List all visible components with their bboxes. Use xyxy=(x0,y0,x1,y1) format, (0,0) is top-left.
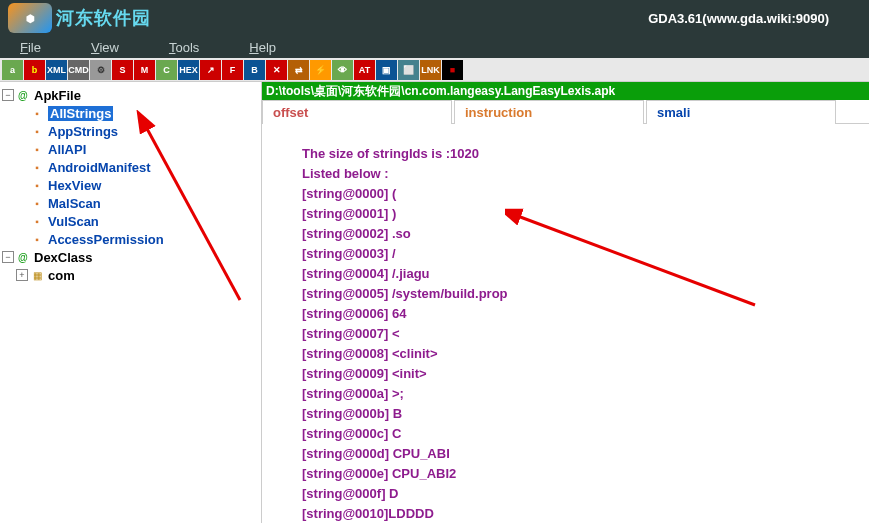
tree-item-vulscan[interactable]: ▪VulScan xyxy=(2,212,259,230)
logo-area: ⬢ 河东软件园 xyxy=(8,3,151,33)
toolbar-button-12[interactable]: ✕ xyxy=(266,60,287,80)
tree-label: VulScan xyxy=(48,214,99,229)
tree-item-allstrings[interactable]: ▪AllStrings xyxy=(2,104,259,122)
tree-label: AllStrings xyxy=(48,106,113,121)
listing-line[interactable]: [string@000f] D xyxy=(302,484,869,504)
toolbar-button-11[interactable]: B xyxy=(244,60,265,80)
listing-line[interactable]: [string@0007] < xyxy=(302,324,869,344)
file-icon: ▪ xyxy=(30,107,44,119)
window-titlebar: ⬢ 河东软件园 GDA3.61(www.gda.wiki:9090) xyxy=(0,0,869,36)
tree-label: HexView xyxy=(48,178,101,193)
string-listing[interactable]: The size of stringIds is :1020Listed bel… xyxy=(262,124,869,523)
main-content: − @ ApkFile ▪AllStrings▪AppStrings▪AllAP… xyxy=(0,82,869,523)
file-icon: ▪ xyxy=(30,233,44,245)
tab-instruction[interactable]: instruction xyxy=(454,100,644,124)
toolbar-button-16[interactable]: AT xyxy=(354,60,375,80)
listing-line[interactable]: [string@0000] ( xyxy=(302,184,869,204)
logo-text: 河东软件园 xyxy=(56,6,151,30)
listing-line[interactable]: [string@000a] >; xyxy=(302,384,869,404)
tree-label: AccessPermission xyxy=(48,232,164,247)
tree-item-malscan[interactable]: ▪MalScan xyxy=(2,194,259,212)
window-title: GDA3.61(www.gda.wiki:9090) xyxy=(648,11,829,26)
toolbar-button-4[interactable]: ⚙ xyxy=(90,60,111,80)
listing-line[interactable]: [string@0004] /.jiagu xyxy=(302,264,869,284)
detail-pane: D:\tools\桌面\河东软件园\cn.com.langeasy.LangEa… xyxy=(262,82,869,523)
file-icon: ▪ xyxy=(30,143,44,155)
app-logo-icon: ⬢ xyxy=(8,3,52,33)
listing-line[interactable]: [string@0006] 64 xyxy=(302,304,869,324)
toolbar-button-8[interactable]: HEX xyxy=(178,60,199,80)
tree-dexclass[interactable]: − @ DexClass xyxy=(2,248,259,266)
package-icon: ▦ xyxy=(30,269,44,281)
tree-label: AndroidManifest xyxy=(48,160,151,175)
toolbar-button-18[interactable]: ⬜ xyxy=(398,60,419,80)
tree-item-androidmanifest[interactable]: ▪AndroidManifest xyxy=(2,158,259,176)
listing-line[interactable]: The size of stringIds is :1020 xyxy=(302,144,869,164)
file-icon: ▪ xyxy=(30,125,44,137)
tree-label: MalScan xyxy=(48,196,101,211)
tree-root-apkfile[interactable]: − @ ApkFile xyxy=(2,86,259,104)
at-icon: @ xyxy=(16,89,30,101)
menu-bar: File View Tools Help xyxy=(0,36,869,58)
toolbar-button-17[interactable]: ▣ xyxy=(376,60,397,80)
menu-view[interactable]: View xyxy=(91,40,119,55)
toolbar-button-3[interactable]: CMD xyxy=(68,60,89,80)
toolbar-button-1[interactable]: b xyxy=(24,60,45,80)
tree-item-accesspermission[interactable]: ▪AccessPermission xyxy=(2,230,259,248)
listing-line[interactable]: [string@000e] CPU_ABI2 xyxy=(302,464,869,484)
menu-tools[interactable]: Tools xyxy=(169,40,199,55)
file-icon: ▪ xyxy=(30,161,44,173)
file-path-bar: D:\tools\桌面\河东软件园\cn.com.langeasy.LangEa… xyxy=(262,82,869,100)
plus-icon[interactable]: + xyxy=(16,269,28,281)
listing-line[interactable]: [string@0009] <init> xyxy=(302,364,869,384)
toolbar-button-13[interactable]: ⇄ xyxy=(288,60,309,80)
toolbar-button-7[interactable]: C xyxy=(156,60,177,80)
tree-label: AppStrings xyxy=(48,124,118,139)
toolbar-button-19[interactable]: LNK xyxy=(420,60,441,80)
listing-line[interactable]: [string@0001] ) xyxy=(302,204,869,224)
toolbar-button-2[interactable]: XML xyxy=(46,60,67,80)
tree-item-allapi[interactable]: ▪AllAPI xyxy=(2,140,259,158)
tree-label: AllAPI xyxy=(48,142,86,157)
file-icon: ▪ xyxy=(30,215,44,227)
listing-line[interactable]: [string@0005] /system/build.prop xyxy=(302,284,869,304)
tree-item-hexview[interactable]: ▪HexView xyxy=(2,176,259,194)
toolbar-button-14[interactable]: ⚡ xyxy=(310,60,331,80)
column-tabs: offset instruction smali xyxy=(262,100,869,124)
listing-line[interactable]: [string@000c] C xyxy=(302,424,869,444)
minus-icon[interactable]: − xyxy=(2,251,14,263)
listing-line[interactable]: [string@0010]LDDDD xyxy=(302,504,869,523)
menu-file[interactable]: File xyxy=(20,40,41,55)
tab-smali[interactable]: smali xyxy=(646,100,836,124)
toolbar-button-20[interactable]: ■ xyxy=(442,60,463,80)
toolbar-button-6[interactable]: M xyxy=(134,60,155,80)
toolbar-button-15[interactable]: 👁 xyxy=(332,60,353,80)
file-icon: ▪ xyxy=(30,197,44,209)
toolbar-button-10[interactable]: F xyxy=(222,60,243,80)
minus-icon[interactable]: − xyxy=(2,89,14,101)
toolbar-button-9[interactable]: ↗ xyxy=(200,60,221,80)
tree-pane[interactable]: − @ ApkFile ▪AllStrings▪AppStrings▪AllAP… xyxy=(0,82,262,523)
at-icon: @ xyxy=(16,251,30,263)
toolbar-button-5[interactable]: S xyxy=(112,60,133,80)
tab-offset[interactable]: offset xyxy=(262,100,452,124)
listing-line[interactable]: Listed below : xyxy=(302,164,869,184)
listing-line[interactable]: [string@000b] B xyxy=(302,404,869,424)
toolbar-button-0[interactable]: a xyxy=(2,60,23,80)
listing-line[interactable]: [string@000d] CPU_ABI xyxy=(302,444,869,464)
listing-line[interactable]: [string@0008] <clinit> xyxy=(302,344,869,364)
toolbar: abXMLCMD⚙SMCHEX↗FB✕⇄⚡👁AT▣⬜LNK■ xyxy=(0,58,869,82)
listing-line[interactable]: [string@0002] .so xyxy=(302,224,869,244)
listing-line[interactable]: [string@0003] / xyxy=(302,244,869,264)
menu-help[interactable]: Help xyxy=(249,40,276,55)
tree-com[interactable]: + ▦ com xyxy=(2,266,259,284)
file-icon: ▪ xyxy=(30,179,44,191)
tree-item-appstrings[interactable]: ▪AppStrings xyxy=(2,122,259,140)
